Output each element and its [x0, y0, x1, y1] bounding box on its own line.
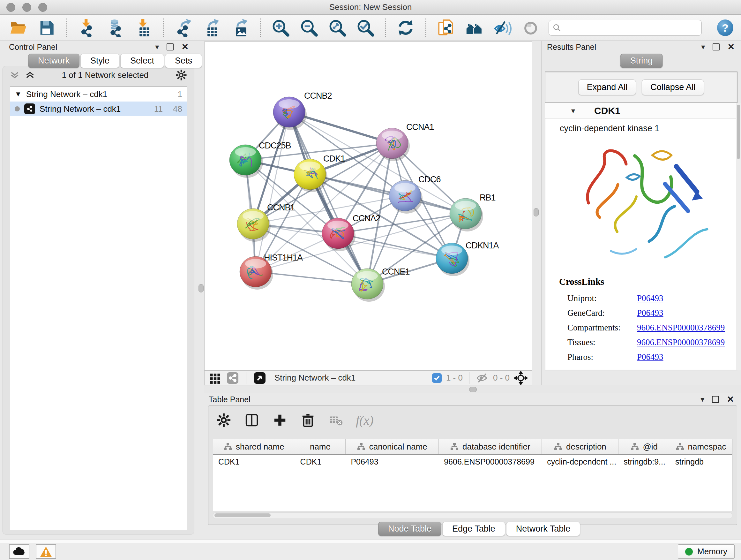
table-panel-float-icon[interactable] — [712, 396, 719, 403]
node-label: CCNB2 — [304, 91, 332, 101]
right-splitter-handle[interactable] — [534, 208, 539, 216]
tab-node-table[interactable]: Node Table — [378, 522, 441, 536]
network-node-ccna1[interactable] — [376, 128, 410, 161]
column-header-shared-name[interactable]: shared name — [213, 439, 295, 454]
network-selection-status: 1 of 1 Network selected — [41, 70, 170, 80]
duplicate-network-button[interactable] — [435, 17, 457, 39]
tab-edge-table[interactable]: Edge Table — [442, 522, 505, 536]
column-label: canonical name — [369, 442, 427, 452]
crosslink-link[interactable]: P06493 — [637, 352, 664, 362]
network-row[interactable]: String Network – cdk1 11 48 — [10, 102, 187, 116]
selected-nodes-checkbox[interactable] — [432, 373, 442, 383]
node-table-container: f(x) shared namenamecanonical namedataba… — [208, 406, 737, 525]
zoom-out-button[interactable] — [298, 17, 320, 39]
table-options-button[interactable] — [215, 412, 232, 428]
delete-column-button[interactable] — [300, 412, 316, 428]
table-scrollbar-thumb[interactable] — [214, 513, 271, 517]
tab-sets[interactable]: Sets — [165, 54, 202, 68]
results-panel-close-icon[interactable]: ✕ — [727, 42, 735, 52]
crosslink-link[interactable]: 9606.ENSP00000378699 — [637, 323, 725, 333]
birdseye-sphere-button[interactable] — [520, 17, 542, 39]
column-header-canonical-name[interactable]: canonical name — [346, 439, 439, 454]
network-node-rb1[interactable] — [450, 198, 483, 232]
network-node-cdkn1a[interactable] — [436, 243, 469, 276]
collapse-all-button[interactable]: Collapse All — [642, 79, 704, 95]
expand-all-networks-icon[interactable] — [10, 70, 19, 80]
hidden-elements-icon — [476, 373, 488, 383]
show-columns-button[interactable] — [244, 412, 260, 428]
network-node-ccne1[interactable] — [351, 268, 385, 302]
tab-style[interactable]: Style — [80, 54, 119, 68]
column-header-description[interactable]: description — [542, 439, 618, 454]
network-node-ccna2[interactable] — [322, 218, 355, 251]
section-collapse-caret[interactable]: ▾ — [571, 106, 575, 115]
column-header-name[interactable]: name — [295, 439, 346, 454]
crosslink-link[interactable]: P06493 — [637, 294, 664, 303]
tab-network[interactable]: Network — [28, 54, 79, 68]
control-panel-close-icon[interactable]: ✕ — [181, 42, 189, 52]
save-session-button[interactable] — [36, 17, 57, 39]
sort-tree-icon — [357, 443, 365, 450]
tab-network-table[interactable]: Network Table — [506, 522, 581, 536]
show-graphics-details-button[interactable] — [492, 17, 513, 39]
zoom-in-icon — [271, 18, 290, 37]
horizontal-splitter[interactable] — [204, 385, 741, 393]
column-header--id[interactable]: @id — [618, 439, 670, 454]
tab-string[interactable]: String — [620, 54, 663, 68]
results-panel-float-icon[interactable] — [713, 44, 720, 51]
houses-button[interactable] — [463, 17, 485, 39]
tab-select[interactable]: Select — [120, 54, 164, 68]
network-edge[interactable] — [256, 112, 289, 272]
birdseye-view-icon[interactable] — [253, 372, 266, 384]
refresh-button[interactable] — [395, 17, 416, 39]
fit-selection-crosshair-icon[interactable] — [514, 371, 528, 385]
open-session-button[interactable] — [8, 17, 29, 39]
control-panel-float-icon[interactable] — [166, 44, 174, 51]
import-network-button[interactable] — [76, 17, 98, 39]
warnings-button[interactable] — [36, 544, 56, 559]
network-node-cdk1[interactable] — [294, 159, 327, 192]
left-splitter-handle[interactable] — [199, 284, 204, 293]
crosslink-label: Compartments: — [567, 323, 637, 333]
function-builder-button[interactable]: f(x) — [356, 413, 374, 428]
cloud-status-button[interactable] — [9, 544, 29, 559]
table-row[interactable]: CDK1CDK1P064939606.ENSP00000378699cyclin… — [213, 455, 732, 469]
network-share-view-icon[interactable] — [226, 372, 239, 384]
help-button[interactable]: ? — [717, 19, 733, 36]
delete-table-button[interactable] — [328, 412, 344, 428]
memory-button[interactable]: Memory — [678, 544, 735, 559]
column-header-namespac[interactable]: namespac — [670, 439, 732, 454]
results-scrollbar-thumb[interactable] — [737, 105, 740, 159]
import-network-from-database-button[interactable] — [105, 17, 126, 39]
footer-separator — [246, 372, 246, 384]
export-network-button[interactable] — [173, 17, 194, 39]
table-panel-collapse-icon[interactable]: ▾ — [700, 395, 704, 404]
table-horizontal-scrollbar[interactable] — [213, 512, 732, 519]
crosslink-link[interactable]: 9606.ENSP00000378699 — [637, 337, 725, 348]
splitter-handle[interactable] — [469, 387, 477, 392]
node-label: CCNA2 — [353, 213, 381, 223]
export-image-button[interactable] — [230, 17, 251, 39]
collection-expand-caret[interactable]: ▼ — [15, 90, 22, 98]
results-scrollbar[interactable] — [736, 103, 741, 370]
zoom-fit-button[interactable] — [327, 17, 348, 39]
network-node-cdc25b[interactable] — [229, 145, 263, 178]
create-column-button[interactable] — [272, 412, 288, 428]
import-table-button[interactable] — [133, 17, 154, 39]
zoom-selected-button[interactable] — [355, 17, 376, 39]
network-options-gear-icon[interactable] — [176, 69, 187, 81]
grid-view-icon[interactable] — [209, 372, 221, 384]
crosslink-link[interactable]: P06493 — [637, 308, 664, 318]
table-panel-close-icon[interactable]: ✕ — [727, 394, 734, 405]
expand-all-button[interactable]: Expand All — [578, 79, 636, 95]
network-collection-row[interactable]: ▼ String Network – cdk1 1 — [10, 87, 187, 102]
search-input[interactable] — [563, 23, 697, 33]
export-table-button[interactable] — [201, 17, 223, 39]
column-header-database-identifier[interactable]: database identifier — [439, 439, 542, 454]
network-view-canvas[interactable]: CCNB2CCNA1CDC25BCDK1CDC6RB1CCNB1CCNA2CDK… — [204, 42, 532, 370]
control-panel-collapse-icon[interactable]: ▾ — [155, 43, 159, 51]
results-panel-collapse-icon[interactable]: ▾ — [701, 43, 705, 51]
zoom-in-button[interactable] — [270, 17, 291, 39]
collapse-all-networks-icon[interactable] — [25, 70, 35, 80]
node-section-header[interactable]: ▾ CDK1 — [545, 103, 737, 118]
